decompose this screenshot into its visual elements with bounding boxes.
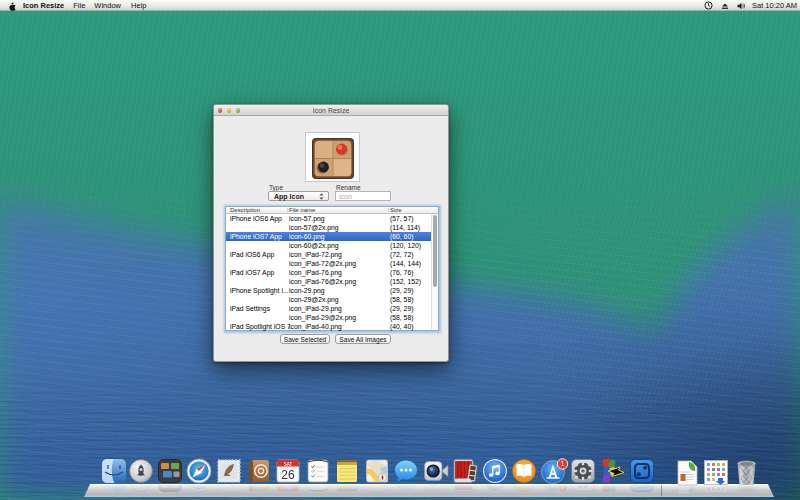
svg-text:1: 1 — [561, 460, 565, 467]
svg-text:26: 26 — [281, 468, 295, 482]
svg-text:SAT: SAT — [284, 462, 293, 467]
